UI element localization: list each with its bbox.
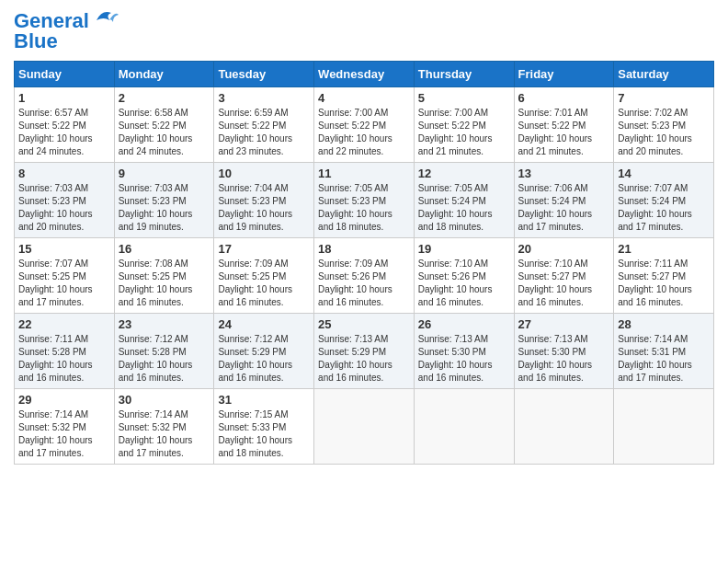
day-info: Sunrise: 7:12 AM Sunset: 5:28 PM Dayligh… xyxy=(119,333,210,385)
day-number: 7 xyxy=(618,91,710,105)
day-info: Sunrise: 7:03 AM Sunset: 5:23 PM Dayligh… xyxy=(119,182,210,234)
day-info: Sunrise: 7:11 AM Sunset: 5:27 PM Dayligh… xyxy=(618,258,710,309)
calendar-day-cell: 7Sunrise: 7:02 AM Sunset: 5:23 PM Daylig… xyxy=(614,87,714,163)
day-info: Sunrise: 7:14 AM Sunset: 5:32 PM Dayligh… xyxy=(18,408,110,460)
day-info: Sunrise: 7:13 AM Sunset: 5:30 PM Dayligh… xyxy=(418,333,510,385)
day-info: Sunrise: 7:08 AM Sunset: 5:25 PM Dayligh… xyxy=(119,258,210,309)
calendar-day-cell: 29Sunrise: 7:14 AM Sunset: 5:32 PM Dayli… xyxy=(15,389,115,465)
calendar-day-cell xyxy=(614,389,714,465)
calendar-day-cell: 10Sunrise: 7:04 AM Sunset: 5:23 PM Dayli… xyxy=(214,163,314,238)
day-info: Sunrise: 7:09 AM Sunset: 5:25 PM Dayligh… xyxy=(218,258,310,309)
calendar-day-cell: 21Sunrise: 7:11 AM Sunset: 5:27 PM Dayli… xyxy=(614,238,714,314)
column-header-wednesday: Wednesday xyxy=(314,62,415,87)
calendar-day-cell: 30Sunrise: 7:14 AM Sunset: 5:32 PM Dayli… xyxy=(114,389,214,465)
calendar-day-cell xyxy=(414,389,514,465)
calendar-day-cell: 1Sunrise: 6:57 AM Sunset: 5:22 PM Daylig… xyxy=(15,87,115,163)
calendar-day-cell: 2Sunrise: 6:58 AM Sunset: 5:22 PM Daylig… xyxy=(114,87,214,163)
day-number: 20 xyxy=(518,242,610,256)
logo-blue: Blue xyxy=(14,29,58,53)
day-info: Sunrise: 7:14 AM Sunset: 5:32 PM Dayligh… xyxy=(119,408,210,460)
calendar-day-cell: 23Sunrise: 7:12 AM Sunset: 5:28 PM Dayli… xyxy=(114,314,214,389)
day-number: 28 xyxy=(618,317,710,331)
day-number: 13 xyxy=(518,167,610,180)
calendar-day-cell: 5Sunrise: 7:00 AM Sunset: 5:22 PM Daylig… xyxy=(414,87,514,163)
day-info: Sunrise: 7:02 AM Sunset: 5:23 PM Dayligh… xyxy=(618,107,710,158)
day-number: 14 xyxy=(618,167,710,180)
calendar-header-row: SundayMondayTuesdayWednesdayThursdayFrid… xyxy=(15,62,714,87)
calendar-day-cell: 26Sunrise: 7:13 AM Sunset: 5:30 PM Dayli… xyxy=(414,314,514,389)
calendar-day-cell: 18Sunrise: 7:09 AM Sunset: 5:26 PM Dayli… xyxy=(314,238,415,314)
calendar-day-cell: 17Sunrise: 7:09 AM Sunset: 5:25 PM Dayli… xyxy=(214,238,314,314)
day-info: Sunrise: 6:58 AM Sunset: 5:22 PM Dayligh… xyxy=(119,107,210,158)
day-number: 19 xyxy=(418,242,510,256)
calendar-week-row: 15Sunrise: 7:07 AM Sunset: 5:25 PM Dayli… xyxy=(15,238,714,314)
calendar-day-cell: 12Sunrise: 7:05 AM Sunset: 5:24 PM Dayli… xyxy=(414,163,514,238)
calendar-day-cell: 25Sunrise: 7:13 AM Sunset: 5:29 PM Dayli… xyxy=(314,314,415,389)
calendar-day-cell: 3Sunrise: 6:59 AM Sunset: 5:22 PM Daylig… xyxy=(214,87,314,163)
calendar-day-cell: 24Sunrise: 7:12 AM Sunset: 5:29 PM Dayli… xyxy=(214,314,314,389)
column-header-tuesday: Tuesday xyxy=(214,62,314,87)
calendar-table: SundayMondayTuesdayWednesdayThursdayFrid… xyxy=(14,61,714,465)
day-number: 30 xyxy=(119,393,210,407)
day-info: Sunrise: 7:13 AM Sunset: 5:30 PM Dayligh… xyxy=(518,333,610,385)
day-number: 2 xyxy=(119,91,210,105)
calendar-day-cell: 31Sunrise: 7:15 AM Sunset: 5:33 PM Dayli… xyxy=(214,389,314,465)
day-info: Sunrise: 7:01 AM Sunset: 5:22 PM Dayligh… xyxy=(518,107,610,158)
calendar-day-cell xyxy=(514,389,614,465)
day-number: 27 xyxy=(518,317,610,331)
column-header-saturday: Saturday xyxy=(614,62,714,87)
calendar-week-row: 29Sunrise: 7:14 AM Sunset: 5:32 PM Dayli… xyxy=(15,389,714,465)
calendar-day-cell: 22Sunrise: 7:11 AM Sunset: 5:28 PM Dayli… xyxy=(15,314,115,389)
day-info: Sunrise: 6:59 AM Sunset: 5:22 PM Dayligh… xyxy=(218,107,310,158)
calendar-day-cell: 19Sunrise: 7:10 AM Sunset: 5:26 PM Dayli… xyxy=(414,238,514,314)
day-number: 18 xyxy=(318,242,410,256)
calendar-day-cell: 4Sunrise: 7:00 AM Sunset: 5:22 PM Daylig… xyxy=(314,87,415,163)
calendar-day-cell: 28Sunrise: 7:14 AM Sunset: 5:31 PM Dayli… xyxy=(614,314,714,389)
calendar-day-cell: 8Sunrise: 7:03 AM Sunset: 5:23 PM Daylig… xyxy=(15,163,115,238)
day-info: Sunrise: 7:04 AM Sunset: 5:23 PM Dayligh… xyxy=(218,182,310,234)
day-number: 15 xyxy=(18,242,110,256)
day-number: 8 xyxy=(18,167,110,180)
day-info: Sunrise: 7:10 AM Sunset: 5:27 PM Dayligh… xyxy=(518,258,610,309)
day-info: Sunrise: 7:10 AM Sunset: 5:26 PM Dayligh… xyxy=(418,258,510,309)
day-number: 21 xyxy=(618,242,710,256)
day-number: 23 xyxy=(119,317,210,331)
column-header-monday: Monday xyxy=(114,62,214,87)
calendar-day-cell: 9Sunrise: 7:03 AM Sunset: 5:23 PM Daylig… xyxy=(114,163,214,238)
day-number: 22 xyxy=(18,317,110,331)
day-number: 25 xyxy=(318,317,410,331)
day-number: 31 xyxy=(218,393,310,407)
logo: General Blue xyxy=(14,9,119,53)
day-info: Sunrise: 7:05 AM Sunset: 5:23 PM Dayligh… xyxy=(318,182,410,234)
column-header-sunday: Sunday xyxy=(15,62,115,87)
calendar-day-cell: 6Sunrise: 7:01 AM Sunset: 5:22 PM Daylig… xyxy=(514,87,614,163)
day-number: 3 xyxy=(218,91,310,105)
day-info: Sunrise: 7:06 AM Sunset: 5:24 PM Dayligh… xyxy=(518,182,610,234)
day-info: Sunrise: 7:05 AM Sunset: 5:24 PM Dayligh… xyxy=(418,182,510,234)
calendar-week-row: 1Sunrise: 6:57 AM Sunset: 5:22 PM Daylig… xyxy=(15,87,714,163)
day-number: 10 xyxy=(218,167,310,180)
day-info: Sunrise: 7:03 AM Sunset: 5:23 PM Dayligh… xyxy=(18,182,110,234)
calendar-day-cell: 15Sunrise: 7:07 AM Sunset: 5:25 PM Dayli… xyxy=(15,238,115,314)
calendar-day-cell: 14Sunrise: 7:07 AM Sunset: 5:24 PM Dayli… xyxy=(614,163,714,238)
logo-bird-icon xyxy=(93,7,119,28)
day-number: 24 xyxy=(218,317,310,331)
day-info: Sunrise: 7:11 AM Sunset: 5:28 PM Dayligh… xyxy=(18,333,110,385)
day-info: Sunrise: 7:12 AM Sunset: 5:29 PM Dayligh… xyxy=(218,333,310,385)
day-number: 12 xyxy=(418,167,510,180)
day-info: Sunrise: 7:00 AM Sunset: 5:22 PM Dayligh… xyxy=(418,107,510,158)
day-number: 26 xyxy=(418,317,510,331)
day-info: Sunrise: 7:15 AM Sunset: 5:33 PM Dayligh… xyxy=(218,408,310,460)
column-header-thursday: Thursday xyxy=(414,62,514,87)
day-number: 1 xyxy=(18,91,110,105)
column-header-friday: Friday xyxy=(514,62,614,87)
day-info: Sunrise: 7:00 AM Sunset: 5:22 PM Dayligh… xyxy=(318,107,410,158)
day-number: 11 xyxy=(318,167,410,180)
day-number: 6 xyxy=(518,91,610,105)
day-info: Sunrise: 7:13 AM Sunset: 5:29 PM Dayligh… xyxy=(318,333,410,385)
day-number: 29 xyxy=(18,393,110,407)
calendar-day-cell: 11Sunrise: 7:05 AM Sunset: 5:23 PM Dayli… xyxy=(314,163,415,238)
page-header: General Blue xyxy=(14,9,714,53)
day-info: Sunrise: 7:09 AM Sunset: 5:26 PM Dayligh… xyxy=(318,258,410,309)
day-info: Sunrise: 7:07 AM Sunset: 5:24 PM Dayligh… xyxy=(618,182,710,234)
